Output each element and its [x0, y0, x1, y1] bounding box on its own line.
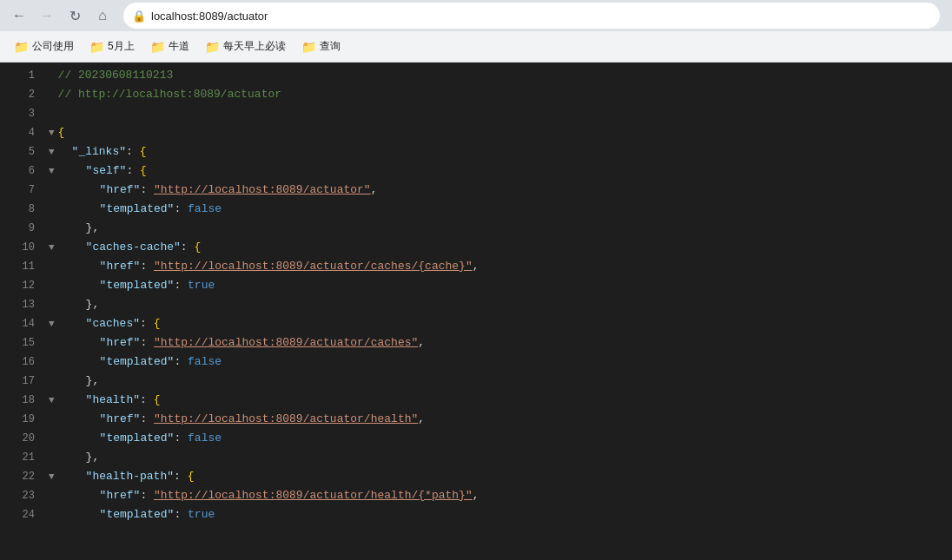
line-number: 5 [7, 142, 35, 161]
colon: : [140, 181, 154, 200]
colon: : [126, 161, 140, 181]
href-link[interactable]: "http://localhost:8089/actuator/caches" [154, 333, 418, 352]
bool-value: false [188, 200, 221, 219]
json-key: "caches" [86, 314, 140, 333]
bookmark-folder-icon: 📁 [301, 40, 316, 54]
bool-value: true [188, 505, 215, 524]
line-number: 22 [7, 467, 35, 486]
open-brace: { [188, 467, 195, 486]
href-link[interactable]: "http://localhost:8089/actuator/health/{… [154, 486, 473, 505]
comment-text: // http://localhost:8089/actuator [58, 85, 281, 104]
line-number: 6 [7, 161, 35, 181]
close-brace-comma: }, [86, 295, 100, 314]
line-number: 9 [7, 219, 35, 238]
comma: , [473, 257, 479, 276]
comment-text: // 20230608110213 [58, 66, 174, 85]
line-21: 21 ▼ }, [0, 448, 952, 467]
open-brace: { [194, 238, 201, 257]
json-key: "templated" [100, 276, 175, 295]
reload-button[interactable]: ↻ [63, 3, 87, 28]
bookmark-item-niudao[interactable]: 📁 牛道 [143, 36, 196, 57]
bookmark-label: 查询 [320, 39, 340, 54]
line-1: 1 ▼ // 20230608110213 [0, 66, 952, 85]
bookmark-folder-icon: 📁 [150, 40, 165, 54]
line-number: 18 [7, 391, 35, 410]
collapse-triangle[interactable]: ▼ [49, 467, 55, 486]
close-brace-comma: }, [86, 372, 100, 391]
href-link[interactable]: "http://localhost:8089/actuator" [154, 181, 371, 200]
line-20: 20 ▼ "templated": false [0, 429, 952, 448]
json-key: "templated" [100, 200, 175, 219]
line-number: 24 [7, 505, 35, 524]
json-key: "templated" [100, 429, 175, 448]
comma: , [418, 333, 425, 352]
line-16: 16 ▼ "templated": false [0, 352, 952, 372]
home-button[interactable]: ⌂ [90, 3, 115, 28]
colon: : [140, 257, 154, 276]
json-key: "href" [100, 410, 141, 429]
bookmark-item-company[interactable]: 📁 公司使用 [7, 36, 81, 57]
comma: , [473, 486, 479, 505]
json-key: "href" [100, 333, 141, 352]
open-brace: { [58, 123, 65, 142]
line-18: 18 ▼ "health": { [0, 391, 952, 410]
line-number: 11 [7, 257, 35, 276]
json-key: "href" [100, 181, 141, 200]
line-number: 21 [7, 448, 35, 467]
open-brace: { [140, 142, 147, 161]
bookmark-item-search[interactable]: 📁 查询 [294, 36, 347, 57]
line-19: 19 ▼ "href": "http://localhost:8089/actu… [0, 410, 952, 429]
collapse-triangle[interactable]: ▼ [49, 314, 55, 333]
collapse-triangle[interactable]: ▼ [49, 123, 55, 142]
line-12: 12 ▼ "templated": true [0, 276, 952, 295]
collapse-triangle[interactable]: ▼ [49, 161, 55, 181]
bool-value: true [188, 276, 215, 295]
colon: : [140, 314, 154, 333]
colon: : [181, 238, 195, 257]
bookmark-folder-icon: 📁 [205, 40, 220, 54]
collapse-triangle[interactable]: ▼ [49, 391, 55, 410]
href-link[interactable]: "http://localhost:8089/actuator/caches/{… [154, 257, 473, 276]
json-key: "_links" [72, 142, 126, 161]
json-key: "caches-cache" [86, 238, 181, 257]
collapse-triangle[interactable]: ▼ [49, 142, 55, 161]
bool-value: false [188, 429, 221, 448]
line-number: 16 [7, 352, 35, 372]
bookmark-item-daily[interactable]: 📁 每天早上必读 [198, 36, 293, 57]
bookmark-folder-icon: 📁 [14, 40, 29, 54]
line-number: 10 [7, 238, 35, 257]
colon: : [174, 352, 188, 372]
json-key: "self" [86, 161, 127, 181]
json-key: "href" [100, 257, 141, 276]
browser-toolbar: ← → ↻ ⌂ 🔒 [0, 0, 952, 31]
colon: : [174, 429, 188, 448]
bookmark-item-may[interactable]: 📁 5月上 [83, 36, 142, 57]
address-bar-container[interactable]: 🔒 [123, 3, 940, 29]
line-10: 10 ▼ "caches-cache": { [0, 238, 952, 257]
href-link[interactable]: "http://localhost:8089/actuator/health" [154, 410, 418, 429]
bookmark-label: 公司使用 [32, 39, 74, 54]
line-number: 7 [7, 181, 35, 200]
json-content-area: 1 ▼ // 20230608110213 2 ▼ // http://loca… [0, 63, 952, 560]
address-bar[interactable] [151, 10, 931, 23]
colon: : [140, 391, 154, 410]
line-number: 17 [7, 372, 35, 391]
colon: : [174, 276, 188, 295]
bookmark-label: 牛道 [169, 39, 189, 54]
line-11: 11 ▼ "href": "http://localhost:8089/actu… [0, 257, 952, 276]
comma: , [371, 181, 378, 200]
line-8: 8 ▼ "templated": false [0, 200, 952, 219]
line-6: 6 ▼ "self": { [0, 161, 952, 181]
line-number: 19 [7, 410, 35, 429]
json-key: "href" [100, 486, 141, 505]
forward-button[interactable]: → [35, 3, 59, 28]
bool-value: false [188, 352, 221, 372]
colon: : [140, 410, 154, 429]
collapse-triangle[interactable]: ▼ [49, 238, 55, 257]
line-4: 4 ▼ { [0, 123, 952, 142]
open-brace: { [154, 391, 161, 410]
line-number: 13 [7, 295, 35, 314]
back-button[interactable]: ← [7, 3, 31, 28]
bookmark-label: 每天早上必读 [223, 39, 286, 54]
line-number: 1 [7, 66, 35, 85]
